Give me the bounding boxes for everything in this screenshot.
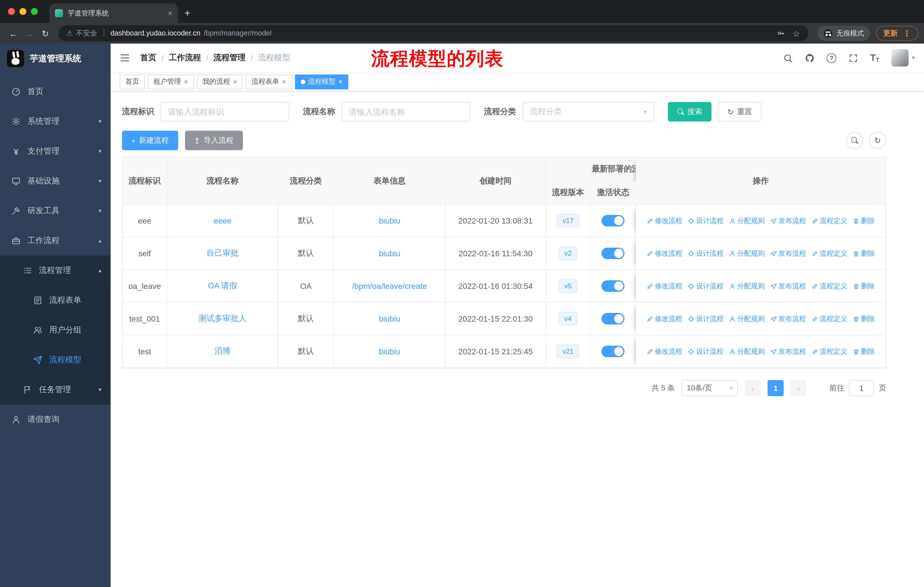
publish-process-link[interactable]: 发布流程 (771, 347, 806, 356)
form-info-link[interactable]: biubiu (379, 249, 401, 258)
sidebar-item-home[interactable]: 首页 (0, 77, 111, 107)
status-toggle[interactable] (602, 280, 624, 292)
tag-home[interactable]: 首页 (120, 74, 145, 89)
tag-tenant[interactable]: 租户管理 (148, 74, 194, 89)
password-key-icon[interactable] (777, 29, 784, 37)
form-info-link[interactable]: /bpm/oa/leave/create (352, 281, 427, 291)
incognito-badge[interactable]: 无痕模式 (817, 26, 870, 41)
edit-process-link[interactable]: 修改流程 (647, 347, 682, 356)
window-minimize-button[interactable] (20, 8, 26, 15)
publish-process-link[interactable]: 发布流程 (771, 216, 806, 226)
sidebar-item-system[interactable]: 系统管理 (0, 107, 111, 136)
search-button[interactable]: 搜索 (668, 102, 711, 122)
process-name-link[interactable]: eeee (214, 216, 231, 225)
forward-button[interactable] (22, 26, 37, 41)
github-icon[interactable] (805, 53, 815, 63)
form-info-link[interactable]: biubiu (379, 314, 401, 323)
back-button[interactable] (6, 26, 21, 41)
reload-button[interactable] (38, 26, 53, 41)
sidebar-item-task-management[interactable]: 任务管理 (0, 375, 111, 405)
hamburger-icon[interactable] (120, 53, 130, 63)
process-name-link[interactable]: OA 请假 (208, 281, 238, 290)
design-process-link[interactable]: 设计流程 (688, 281, 723, 291)
refresh-table-button[interactable] (869, 132, 886, 149)
design-process-link[interactable]: 设计流程 (688, 248, 723, 258)
process-definition-link[interactable]: 流程定义 (812, 281, 847, 291)
assign-rule-link[interactable]: 分配规则 (729, 281, 765, 291)
sidebar-item-infrastructure[interactable]: 基础设施 (0, 166, 111, 196)
assign-rule-link[interactable]: 分配规则 (729, 347, 765, 356)
search-icon[interactable] (783, 53, 793, 63)
goto-page-input[interactable] (849, 380, 874, 396)
sidebar-item-workflow[interactable]: 工作流程 (0, 226, 111, 256)
delete-link[interactable]: 删除 (853, 281, 875, 291)
sidebar-item-devtools[interactable]: 研发工具 (0, 196, 111, 226)
edit-process-link[interactable]: 修改流程 (647, 248, 682, 258)
user-avatar-menu[interactable] (891, 49, 915, 66)
process-definition-link[interactable]: 流程定义 (812, 216, 847, 226)
browser-menu-icon[interactable] (903, 29, 911, 37)
import-process-button[interactable]: 导入流程 (185, 131, 243, 150)
fullscreen-icon[interactable] (848, 53, 858, 63)
help-icon[interactable]: ? (827, 53, 837, 63)
browser-tab[interactable]: 芋道管理系统 (49, 3, 178, 23)
design-process-link[interactable]: 设计流程 (688, 347, 723, 356)
edit-process-link[interactable]: 修改流程 (647, 281, 682, 291)
breadcrumb-home[interactable]: 首页 (140, 53, 157, 63)
process-name-link[interactable]: 测试多审批人 (198, 314, 247, 323)
delete-link[interactable]: 删除 (853, 216, 875, 226)
reset-button[interactable]: 重置 (718, 102, 761, 122)
process-name-input[interactable] (342, 102, 470, 122)
tag-close-icon[interactable] (282, 78, 286, 85)
tag-process-form[interactable]: 流程表单 (246, 74, 292, 89)
security-status[interactable]: 不安全 (66, 28, 97, 38)
page-size-select[interactable]: 10条/页 (682, 380, 738, 396)
tag-close-icon[interactable] (233, 78, 237, 85)
assign-rule-link[interactable]: 分配规则 (729, 314, 765, 324)
prev-page-button[interactable] (745, 380, 761, 396)
create-process-button[interactable]: 新建流程 (122, 131, 178, 150)
sidebar-item-leave-query[interactable]: 请假查询 (0, 405, 111, 435)
window-zoom-button[interactable] (31, 8, 38, 15)
sidebar-item-process-model[interactable]: 流程模型 (0, 345, 111, 375)
font-size-icon[interactable]: TT (870, 53, 879, 63)
delete-link[interactable]: 删除 (853, 248, 875, 258)
design-process-link[interactable]: 设计流程 (688, 314, 723, 324)
update-browser-button[interactable]: 更新 (876, 26, 918, 41)
breadcrumb-workflow[interactable]: 工作流程 (169, 53, 201, 63)
breadcrumb-process-management[interactable]: 流程管理 (214, 53, 246, 63)
toggle-search-button[interactable] (846, 132, 863, 149)
category-select[interactable]: 流程分类 (522, 102, 654, 122)
address-bar[interactable]: 不安全 dashboard.yudao.iocoder.cn/bpm/manag… (58, 25, 808, 41)
status-toggle[interactable] (602, 215, 624, 227)
edit-process-link[interactable]: 修改流程 (647, 216, 682, 226)
publish-process-link[interactable]: 发布流程 (771, 248, 806, 258)
process-name-link[interactable]: 自己审批 (206, 248, 239, 257)
next-page-button[interactable] (790, 380, 807, 396)
edit-process-link[interactable]: 修改流程 (647, 314, 682, 324)
status-toggle[interactable] (602, 313, 624, 324)
tag-my-process[interactable]: 我的流程 (197, 74, 243, 89)
bookmark-star-icon[interactable] (792, 29, 800, 38)
status-toggle[interactable] (602, 248, 624, 259)
process-definition-link[interactable]: 流程定义 (812, 347, 847, 356)
publish-process-link[interactable]: 发布流程 (771, 281, 806, 291)
design-process-link[interactable]: 设计流程 (688, 216, 723, 226)
tag-close-icon[interactable] (184, 78, 188, 85)
window-close-button[interactable] (8, 8, 15, 15)
sidebar-item-user-group[interactable]: 用户分组 (0, 315, 111, 345)
process-id-input[interactable] (160, 102, 289, 122)
form-info-link[interactable]: biubiu (379, 216, 401, 225)
new-tab-button[interactable]: + (178, 3, 196, 23)
tab-close-icon[interactable] (168, 9, 172, 17)
tag-close-icon[interactable] (338, 78, 343, 85)
page-number-1[interactable]: 1 (767, 380, 784, 396)
tag-process-model-active[interactable]: 流程模型 (295, 74, 348, 89)
publish-process-link[interactable]: 发布流程 (771, 314, 806, 324)
form-info-link[interactable]: biubiu (379, 347, 401, 356)
status-toggle[interactable] (602, 346, 624, 357)
assign-rule-link[interactable]: 分配规则 (729, 248, 765, 258)
sidebar-item-process-management[interactable]: 流程管理 (0, 256, 111, 286)
delete-link[interactable]: 删除 (853, 347, 875, 356)
process-definition-link[interactable]: 流程定义 (812, 248, 847, 258)
